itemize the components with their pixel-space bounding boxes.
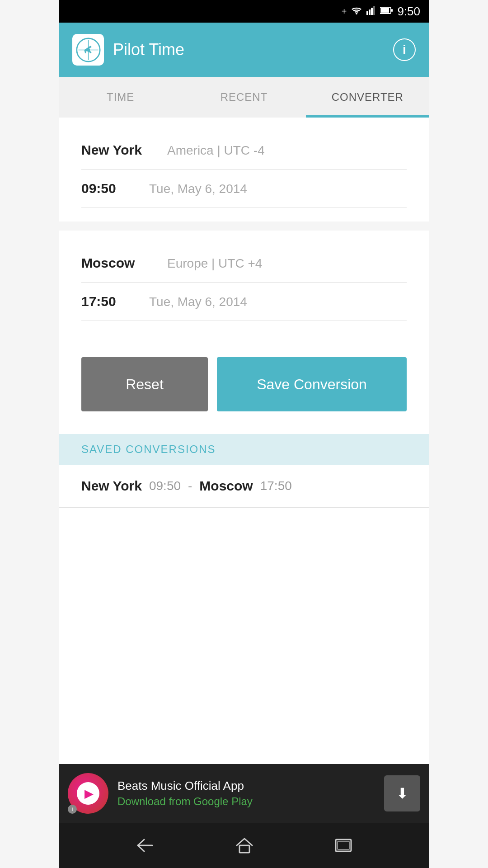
ad-title: Beats Music Official App <box>117 779 375 793</box>
saved-conversions-title: SAVED CONVERSIONS <box>81 443 216 455</box>
ad-subtitle: Download from Google Play <box>117 795 375 808</box>
nav-recents-button[interactable] <box>335 839 352 852</box>
main-content: New York America | UTC -4 09:50 Tue, May… <box>59 118 429 764</box>
saved-city1: New York <box>81 478 142 494</box>
nav-home-button[interactable] <box>236 837 253 854</box>
city2-name: Moscow <box>81 255 154 271</box>
city1-name-row: New York America | UTC -4 <box>81 131 407 170</box>
nav-back-button[interactable] <box>136 839 154 852</box>
status-bar: + 9:50 <box>59 0 429 23</box>
saved-separator: - <box>188 479 192 493</box>
status-icons: + 9:50 <box>342 5 420 19</box>
section-divider <box>59 222 429 231</box>
ad-text-block: Beats Music Official App Download from G… <box>117 779 375 808</box>
svg-point-0 <box>356 13 357 14</box>
tab-recent[interactable]: RECENT <box>182 77 305 118</box>
ad-banner: ▶ i Beats Music Official App Download fr… <box>59 764 429 823</box>
tab-time[interactable]: TIME <box>59 77 182 118</box>
city1-section: New York America | UTC -4 09:50 Tue, May… <box>59 118 429 222</box>
ad-app-icon: ▶ i <box>68 773 108 814</box>
saved-time1: 09:50 <box>149 479 181 493</box>
nav-bar <box>59 823 429 868</box>
saved-time2: 17:50 <box>260 479 292 493</box>
saved-conversion-item[interactable]: New York 09:50 - Moscow 17:50 <box>59 465 429 508</box>
svg-rect-2 <box>369 9 371 15</box>
tab-bar: TIME RECENT CONVERTER <box>59 77 429 118</box>
svg-rect-14 <box>338 841 349 849</box>
button-row: Reset Save Conversion <box>59 335 429 434</box>
app-logo <box>72 34 104 66</box>
status-time: 9:50 <box>397 5 420 19</box>
svg-rect-4 <box>373 6 375 15</box>
city2-section: Moscow Europe | UTC +4 17:50 Tue, May 6,… <box>59 231 429 335</box>
download-icon: ⬇ <box>396 785 408 802</box>
info-button[interactable]: i <box>393 38 416 61</box>
tab-converter[interactable]: CONVERTER <box>306 77 429 118</box>
ad-info-badge: i <box>68 805 77 814</box>
saved-conversions-header: SAVED CONVERSIONS <box>59 434 429 465</box>
city1-region: America | UTC -4 <box>167 143 265 158</box>
app-title: Pilot Time <box>113 40 184 59</box>
svg-rect-1 <box>366 11 368 15</box>
svg-rect-7 <box>391 9 393 12</box>
city1-time-row: 09:50 Tue, May 6, 2014 <box>81 170 407 208</box>
reset-button[interactable]: Reset <box>81 357 208 411</box>
svg-rect-12 <box>239 845 249 853</box>
app-header: Pilot Time i <box>59 23 429 77</box>
city1-time: 09:50 <box>81 181 136 196</box>
city2-time: 17:50 <box>81 294 136 309</box>
bluetooth-icon: + <box>342 6 347 17</box>
saved-city2: Moscow <box>199 478 253 494</box>
signal-icon <box>366 6 375 17</box>
city2-date: Tue, May 6, 2014 <box>149 295 247 309</box>
city2-time-row: 17:50 Tue, May 6, 2014 <box>81 283 407 321</box>
ad-play-icon: ▶ <box>84 787 94 801</box>
app-header-left: Pilot Time <box>72 34 184 66</box>
city2-name-row: Moscow Europe | UTC +4 <box>81 244 407 283</box>
svg-rect-6 <box>381 8 389 13</box>
city1-name: New York <box>81 142 154 158</box>
ad-download-button[interactable]: ⬇ <box>384 775 420 811</box>
save-conversion-button[interactable]: Save Conversion <box>217 357 407 411</box>
wifi-icon <box>351 6 362 17</box>
ad-icon-inner: ▶ <box>77 782 99 805</box>
battery-icon <box>380 6 393 17</box>
svg-rect-3 <box>371 8 373 15</box>
city2-region: Europe | UTC +4 <box>167 256 262 271</box>
city1-date: Tue, May 6, 2014 <box>149 182 247 196</box>
